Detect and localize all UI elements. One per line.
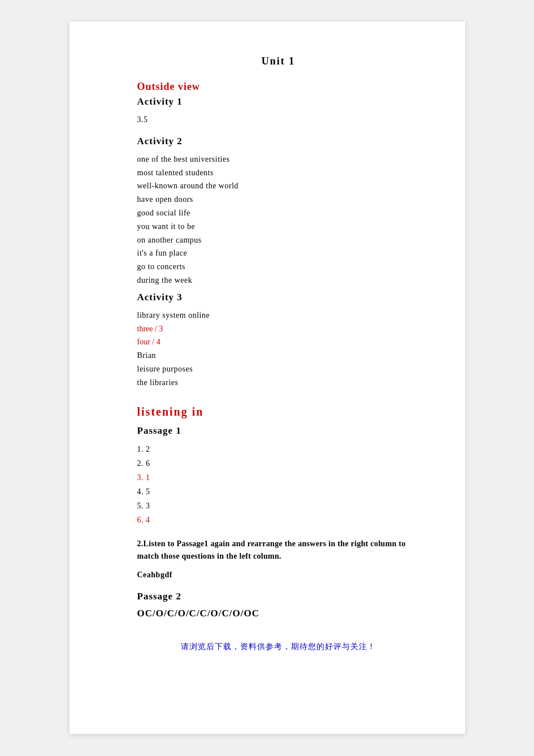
- activity2-line: during the week: [137, 274, 420, 287]
- footer-text: 请浏览后下载，资料供参考，期待您的好评与关注！: [137, 642, 420, 652]
- activity2-line: go to concerts: [137, 260, 420, 274]
- passage1-list-item: 6. 4: [137, 513, 420, 527]
- passage1-list-item: 3. 1: [137, 470, 420, 485]
- instruction-text: 2.Listen to Passage1 again and rearrange…: [137, 538, 420, 563]
- listening-in-title: listening in: [137, 405, 420, 418]
- activity2-line: you want it to be: [137, 220, 420, 234]
- activity2-line: it's a fun place: [137, 247, 420, 260]
- activity3-line: four / 4: [137, 335, 420, 349]
- activity3-line: library system online: [137, 309, 420, 322]
- activity2-block: Activity 2 one of the best universitiesm…: [137, 136, 420, 287]
- activity1-title: Activity 1: [137, 96, 420, 107]
- activity3-line: the libraries: [137, 376, 420, 390]
- activity1-content: 3.5: [137, 113, 420, 127]
- activity2-line: most talented students: [137, 166, 420, 180]
- activity1-block: Activity 1 3.5: [137, 96, 420, 127]
- activity3-title: Activity 3: [137, 292, 420, 303]
- activity2-line: good social life: [137, 206, 420, 220]
- page-container: Unit 1 Outside view Activity 1 3.5 Activ…: [70, 21, 465, 734]
- activity2-title: Activity 2: [137, 136, 420, 147]
- passage1-block: Passage 1 1. 22. 63. 14. 55. 36. 4: [137, 425, 420, 528]
- activity2-lines: one of the best universitiesmost talente…: [137, 153, 420, 287]
- outside-view-section: Outside view Activity 1 3.5 Activity 2 o…: [137, 81, 420, 390]
- page-title: Unit 1: [137, 55, 420, 67]
- activity3-block: Activity 3 library system onlinethree / …: [137, 292, 420, 390]
- passage1-list-item: 1. 2: [137, 442, 420, 456]
- passage1-list-item: 4. 5: [137, 485, 420, 499]
- activity2-line: have open doors: [137, 193, 420, 206]
- ceahbgdf-text: Ceahbgdf: [137, 571, 420, 580]
- passage1-list-item: 2. 6: [137, 456, 420, 470]
- activity2-line: one of the best universities: [137, 153, 420, 166]
- activity3-line: Brian: [137, 349, 420, 362]
- instruction-block: 2.Listen to Passage1 again and rearrange…: [137, 538, 420, 563]
- passage2-block: Passage 2 OC/O/C/O/C/C/O/C/O/OC: [137, 591, 420, 619]
- outside-view-title: Outside view: [137, 81, 420, 93]
- activity2-line: well-known around the world: [137, 179, 420, 193]
- passage1-title: Passage 1: [137, 425, 420, 437]
- passage2-answer: OC/O/C/O/C/C/O/C/O/OC: [137, 608, 420, 619]
- passage1-list-item: 5. 3: [137, 499, 420, 513]
- passage1-list: 1. 22. 63. 14. 55. 36. 4: [137, 442, 420, 528]
- passage2-title: Passage 2: [137, 591, 420, 602]
- activity3-line: three / 3: [137, 322, 420, 336]
- activity3-line: leisure purposes: [137, 362, 420, 376]
- activity2-line: on another campus: [137, 234, 420, 247]
- listening-in-section: listening in Passage 1 1. 22. 63. 14. 55…: [137, 405, 420, 620]
- activity3-lines: library system onlinethree / 3four / 4Br…: [137, 309, 420, 390]
